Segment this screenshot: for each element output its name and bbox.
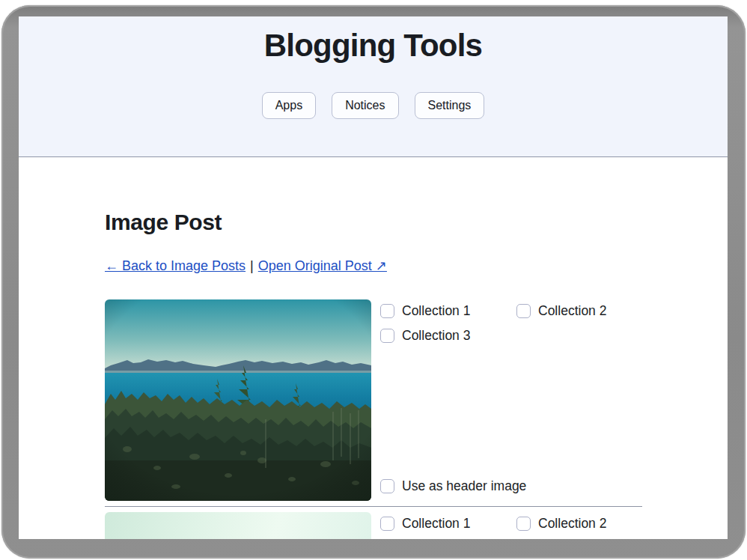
page-title: Image Post <box>105 210 642 235</box>
post-links: ← Back to Image Posts|Open Original Post… <box>105 258 642 274</box>
checkbox-unchecked-icon[interactable] <box>380 329 394 343</box>
settings-button[interactable]: Settings <box>415 92 485 119</box>
checkbox-unchecked-icon[interactable] <box>380 304 394 318</box>
window-frame: Blogging Tools Apps Notices Settings Ima… <box>1 5 746 559</box>
collection-1-checkbox-item[interactable]: Collection 1 <box>380 303 516 319</box>
checkbox-label: Use as header image <box>402 478 526 494</box>
site-nav: Apps Notices Settings <box>19 92 728 119</box>
checkbox-unchecked-icon[interactable] <box>516 517 531 531</box>
collection-3-checkbox-item[interactable]: Collection 3 <box>380 328 516 344</box>
post-photo-mint <box>105 512 371 539</box>
collections-grid: Collection 1 Collection 2 <box>380 516 642 532</box>
post-row: Collection 1 Collection 2 <box>105 512 642 539</box>
collections-panel: Collection 1 Collection 2 <box>380 512 642 539</box>
main-content: Image Post ← Back to Image Posts|Open Or… <box>19 210 642 539</box>
forest-ocean-photo-illustration <box>105 299 371 501</box>
back-to-image-posts-link[interactable]: ← Back to Image Posts <box>105 258 246 273</box>
post-photo-forest-ocean <box>105 299 371 501</box>
checkbox-unchecked-icon[interactable] <box>516 304 531 318</box>
checkbox-unchecked-icon[interactable] <box>380 479 394 493</box>
checkbox-label: Collection 1 <box>402 516 470 532</box>
apps-button[interactable]: Apps <box>262 92 316 119</box>
checkbox-label: Collection 1 <box>402 303 470 319</box>
link-separator: | <box>250 258 254 273</box>
site-title: Blogging Tools <box>19 16 728 64</box>
collections-panel: Collection 1 Collection 2 Collection 3 <box>380 299 642 501</box>
site-header: Blogging Tools Apps Notices Settings <box>19 16 728 157</box>
use-as-header-image-checkbox-item[interactable]: Use as header image <box>380 478 642 494</box>
checkbox-label: Collection 2 <box>538 516 606 532</box>
checkbox-label: Collection 2 <box>538 303 606 319</box>
checkbox-unchecked-icon[interactable] <box>380 517 394 531</box>
checkbox-label: Collection 3 <box>402 328 470 344</box>
collections-grid: Collection 1 Collection 2 Collection 3 <box>380 303 642 344</box>
collection-2-checkbox-item[interactable]: Collection 2 <box>516 516 642 532</box>
notices-button[interactable]: Notices <box>332 92 398 119</box>
open-original-post-link[interactable]: Open Original Post ↗ <box>258 258 387 273</box>
collection-2-checkbox-item[interactable]: Collection 2 <box>516 303 642 319</box>
window-content: Blogging Tools Apps Notices Settings Ima… <box>19 16 728 539</box>
collection-1-checkbox-item[interactable]: Collection 1 <box>380 516 516 532</box>
post-row: Collection 1 Collection 2 Collection 3 <box>105 299 642 507</box>
